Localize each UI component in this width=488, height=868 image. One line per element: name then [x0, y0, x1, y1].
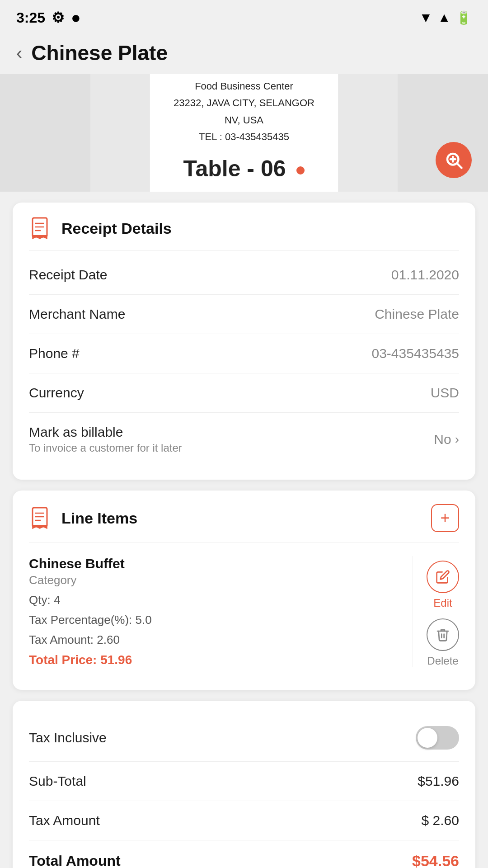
summary-card: Tax Inclusive Sub-Total $51.96 Tax Amoun… [13, 701, 475, 868]
signal-icon: ▲ [438, 10, 450, 25]
line-item-actions: Edit Delete [413, 556, 459, 667]
tax-amount-value: $ 2.60 [422, 813, 459, 828]
receipt-icon [29, 216, 53, 241]
zoom-button[interactable] [436, 142, 472, 178]
line-items-icon [29, 506, 53, 530]
add-line-item-button[interactable]: + [431, 504, 459, 532]
line-items-header: Line Items + [29, 504, 459, 542]
gear-icon: ⚙ [52, 9, 65, 26]
svg-line-1 [457, 164, 462, 168]
edit-icon-circle [427, 561, 459, 593]
merchant-name-value: Chinese Plate [375, 307, 459, 322]
receipt-stub: Food Business Center 23232, JAVA CITY, S… [149, 74, 339, 192]
tax-inclusive-row: Tax Inclusive [29, 714, 459, 762]
merchant-name-row[interactable]: Merchant Name Chinese Plate [29, 295, 459, 334]
receipt-city: NV, USA [163, 112, 325, 128]
receipt-image-area: Food Business Center 23232, JAVA CITY, S… [0, 74, 488, 192]
receipt-dot [296, 166, 305, 175]
receipt-details-card: Receipt Details Receipt Date 01.11.2020 … [13, 203, 475, 480]
receipt-date-value: 01.11.2020 [391, 267, 459, 283]
plus-icon: + [440, 509, 450, 528]
subtotal-label: Sub-Total [29, 774, 86, 789]
line-item-name: Chinese Buffet [29, 556, 399, 571]
billable-value: No [434, 432, 451, 447]
receipt-date-label: Receipt Date [29, 267, 107, 283]
currency-value: USD [431, 385, 459, 401]
status-bar: 3:25 ⚙ ● ▼ ▲ 🔋 [0, 0, 488, 32]
billable-label: Mark as billable [29, 425, 182, 440]
line-items-card: Line Items + Chinese Buffet Category Qty… [13, 491, 475, 690]
page-title: Chinese Plate [31, 41, 168, 65]
battery-icon: 🔋 [456, 10, 472, 25]
wifi-icon: ▼ [419, 10, 433, 25]
tax-amount-row: Tax Amount $ 2.60 [29, 801, 459, 840]
delete-icon [436, 627, 450, 642]
status-time: 3:25 [16, 9, 45, 26]
line-item-total: Total Price: 51.96 [29, 653, 399, 667]
line-item-category: Category [29, 573, 399, 587]
delete-button[interactable]: Delete [427, 618, 459, 667]
edit-icon [436, 570, 450, 584]
line-item-tax-amt: Tax Amount: 2.60 [29, 630, 399, 650]
line-item-tax-pct: Tax Percentage(%): 5.0 [29, 610, 399, 630]
subtotal-row: Sub-Total $51.96 [29, 762, 459, 801]
tax-inclusive-label: Tax Inclusive [29, 730, 107, 745]
receipt-details-title: Receipt Details [61, 220, 172, 237]
chevron-right-icon: › [455, 432, 459, 447]
billable-value-area[interactable]: No › [434, 432, 459, 447]
table-label: Table - 06 [183, 156, 286, 181]
delete-label: Delete [427, 655, 458, 667]
billable-row[interactable]: Mark as billable To invoice a customer f… [29, 413, 459, 466]
line-item-info: Chinese Buffet Category Qty: 4 Tax Perce… [29, 556, 413, 667]
total-amount-label: Total Amount [29, 853, 121, 868]
currency-label: Currency [29, 385, 84, 401]
phone-label: Phone # [29, 346, 80, 361]
header: ‹ Chinese Plate [0, 32, 488, 74]
phone-value: 03-435435435 [371, 346, 459, 361]
toggle-thumb [418, 728, 437, 748]
business-name: Food Business Center [163, 78, 325, 94]
currency-row[interactable]: Currency USD [29, 373, 459, 413]
tax-inclusive-toggle[interactable] [416, 726, 459, 750]
edit-label: Edit [433, 597, 452, 609]
circle-icon: ● [71, 8, 81, 27]
receipt-address: 23232, JAVA CITY, SELANGOR [163, 94, 325, 111]
total-amount-value: $54.56 [412, 852, 459, 868]
back-button[interactable]: ‹ [16, 43, 22, 63]
phone-row[interactable]: Phone # 03-435435435 [29, 334, 459, 373]
line-items-title: Line Items [61, 509, 137, 527]
edit-button[interactable]: Edit [427, 561, 459, 609]
receipt-phone: TEL : 03-435435435 [163, 128, 325, 145]
billable-sublabel: To invoice a customer for it later [29, 442, 182, 454]
receipt-details-header: Receipt Details [29, 216, 459, 251]
merchant-name-label: Merchant Name [29, 307, 125, 322]
delete-icon-circle [427, 618, 459, 651]
subtotal-value: $51.96 [418, 774, 459, 789]
line-item: Chinese Buffet Category Qty: 4 Tax Perce… [29, 547, 459, 676]
total-amount-row: Total Amount $54.56 [29, 840, 459, 868]
main-content: Receipt Details Receipt Date 01.11.2020 … [0, 192, 488, 868]
line-item-qty: Qty: 4 [29, 590, 399, 610]
receipt-date-row: Receipt Date 01.11.2020 [29, 255, 459, 295]
tax-amount-label: Tax Amount [29, 813, 100, 828]
